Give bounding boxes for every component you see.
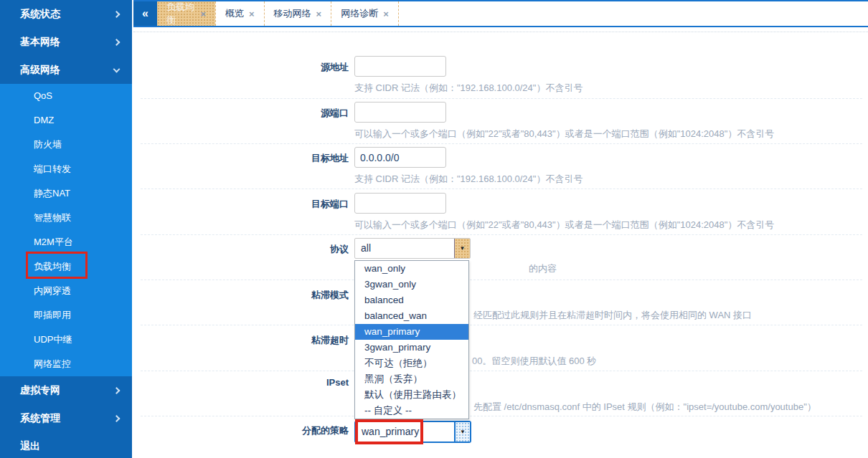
source-port-label: 源端口: [205, 107, 349, 120]
dropdown-option-wan-primary[interactable]: wan_primary: [355, 324, 468, 340]
close-icon[interactable]: ×: [383, 9, 389, 19]
tab-label: 移动网络: [274, 7, 311, 20]
tab-label: 概览: [225, 7, 244, 20]
sidebar-item-qos[interactable]: QoS: [0, 84, 132, 108]
app-window: 系统状态 基本网络 高级网络 QoS DMZ 防火墙 端口转发 静态NAT 智慧…: [0, 0, 868, 458]
row-separator: [141, 234, 862, 235]
dropdown-arrow-icon[interactable]: ▼: [454, 422, 470, 442]
tab-load-balancing[interactable]: 负载均衡 ×: [157, 1, 215, 26]
source-address-hint: 支持 CIDR 记法（例如："192.168.100.0/24"）不含引号: [354, 82, 582, 95]
tab-label: 负载均衡: [166, 1, 195, 27]
source-address-input[interactable]: [354, 56, 446, 77]
sidebar-item-smart-iot[interactable]: 智慧物联: [0, 206, 132, 230]
sidebar-item-port-forwarding[interactable]: 端口转发: [0, 157, 132, 181]
dropdown-option-3gwan-primary[interactable]: 3gwan_primary: [355, 340, 468, 356]
tab-mobile-network[interactable]: 移动网络 ×: [264, 1, 331, 26]
row-separator: [141, 98, 862, 99]
sidebar-item-label: 系统管理: [20, 412, 60, 424]
protocol-select-value: all: [355, 239, 454, 258]
sidebar-item-label: 系统状态: [20, 8, 60, 19]
panel-top-dotted-border: [133, 32, 868, 32]
sidebar: 系统状态 基本网络 高级网络 QoS DMZ 防火墙 端口转发 静态NAT 智慧…: [0, 0, 132, 458]
double-chevron-left-icon: «: [142, 7, 148, 20]
row-separator: [141, 371, 862, 371]
source-address-label: 源地址: [205, 61, 349, 74]
sidebar-item-advanced-network[interactable]: 高级网络: [0, 56, 132, 84]
ipset-hint-partial: 先配置 /etc/dnsmasq.conf 中的 IPset 规则（例如："ip…: [473, 401, 816, 414]
assigned-policy-select[interactable]: wan_primary ▼: [354, 421, 471, 443]
sticky-mode-label: 粘滞模式: [205, 289, 349, 302]
sidebar-item-logout[interactable]: 退出: [0, 432, 132, 458]
source-port-input[interactable]: [354, 102, 446, 123]
form-panel: 源地址 支持 CIDR 记法（例如："192.168.100.0/24"）不含引…: [133, 27, 868, 458]
sidebar-item-network-monitoring[interactable]: 网络监控: [0, 352, 132, 376]
sidebar-item-static-nat[interactable]: 静态NAT: [0, 181, 132, 206]
tab-overview[interactable]: 概览 ×: [215, 1, 264, 26]
dropdown-option-wan-only[interactable]: wan_only: [355, 261, 468, 277]
protocol-label: 协议: [205, 243, 349, 256]
sidebar-item-intranet-penetration[interactable]: 内网穿透: [0, 279, 132, 303]
dropdown-option-blackhole-drop[interactable]: 黑洞（丢弃）: [355, 371, 468, 387]
assigned-policy-label: 分配的策略: [205, 424, 349, 437]
sidebar-item-dmz[interactable]: DMZ: [0, 108, 132, 133]
tab-network-diagnostics[interactable]: 网络诊断 ×: [331, 1, 399, 26]
dropdown-option-balanced-wan[interactable]: balanced_wan: [355, 308, 468, 324]
tab-label: 网络诊断: [341, 7, 378, 20]
sidebar-item-m2m-platform[interactable]: M2M平台: [0, 230, 132, 254]
ipset-label: IPset: [205, 377, 349, 388]
sidebar-item-udp-relay[interactable]: UDP中继: [0, 328, 132, 352]
sidebar-item-load-balancing[interactable]: 负载均衡: [0, 254, 132, 279]
sidebar-item-firewall[interactable]: 防火墙: [0, 133, 132, 157]
dropdown-arrow-icon[interactable]: ▼: [454, 239, 470, 258]
row-separator: [141, 189, 862, 189]
close-icon[interactable]: ×: [200, 9, 206, 19]
sticky-timeout-hint-partial: 00。留空则使用默认值 600 秒: [472, 355, 596, 368]
sidebar-item-system-status[interactable]: 系统状态: [0, 0, 132, 28]
destination-port-hint: 可以输入一个或多个端口（例如"22"或者"80,443"）或者是一个端口范围（例…: [354, 219, 774, 232]
close-icon[interactable]: ×: [316, 9, 322, 19]
policy-dropdown-list: wan_only 3gwan_only balanced balanced_wa…: [354, 260, 469, 419]
sidebar-item-label: 基本网络: [20, 36, 60, 47]
sidebar-submenu: QoS DMZ 防火墙 端口转发 静态NAT 智慧物联 M2M平台 负载均衡 内…: [0, 84, 132, 376]
destination-address-input[interactable]: [354, 147, 446, 168]
chevron-right-icon: [113, 387, 121, 394]
tab-bar: « 负载均衡 × 概览 × 移动网络 × 网络诊断 ×: [133, 0, 868, 27]
destination-address-hint: 支持 CIDR 记法（例如："192.168.100.0/24"）不含引号: [354, 173, 582, 186]
dropdown-option-balanced[interactable]: balanced: [355, 292, 468, 308]
row-separator: [141, 143, 862, 144]
chevron-down-icon: [113, 65, 121, 72]
destination-port-input[interactable]: [354, 193, 446, 214]
source-port-hint: 可以输入一个或多个端口（例如"22"或者"80,443"）或者是一个端口范围（例…: [354, 128, 774, 140]
sidebar-item-label: 虚拟专网: [20, 384, 60, 396]
collapse-tabs-button[interactable]: «: [133, 1, 157, 26]
dropdown-option-custom[interactable]: -- 自定义 --: [355, 403, 468, 419]
assigned-policy-select-value: wan_primary: [356, 422, 454, 442]
sidebar-item-system-management[interactable]: 系统管理: [0, 404, 132, 432]
sidebar-item-plug-and-play[interactable]: 即插即用: [0, 303, 132, 328]
sidebar-item-label: 退出: [20, 440, 40, 452]
row-separator: [141, 280, 862, 280]
sticky-timeout-label: 粘滞超时: [205, 334, 349, 347]
sidebar-item-vpn[interactable]: 虚拟专网: [0, 376, 132, 404]
chevron-right-icon: [113, 11, 121, 18]
close-icon[interactable]: ×: [249, 9, 255, 19]
sidebar-item-basic-network[interactable]: 基本网络: [0, 28, 132, 56]
destination-port-label: 目标端口: [205, 198, 349, 211]
protocol-select[interactable]: all ▼: [354, 238, 471, 259]
row-separator: [141, 325, 862, 325]
chevron-right-icon: [113, 415, 121, 422]
protocol-hint-partial: 的内容: [529, 262, 557, 275]
dropdown-option-3gwan-only[interactable]: 3gwan_only: [355, 277, 468, 292]
row-separator: [141, 416, 862, 416]
sidebar-item-label: 高级网络: [20, 64, 60, 75]
chevron-right-icon: [113, 39, 121, 46]
destination-address-label: 目标地址: [205, 152, 349, 165]
dropdown-option-unreachable-reject[interactable]: 不可达（拒绝）: [355, 356, 468, 371]
dropdown-option-default-main-table[interactable]: 默认（使用主路由表）: [355, 387, 468, 403]
sticky-mode-hint-partial: 经匹配过此规则并且在粘滞超时时间内，将会使用相同的 WAN 接口: [473, 309, 752, 322]
